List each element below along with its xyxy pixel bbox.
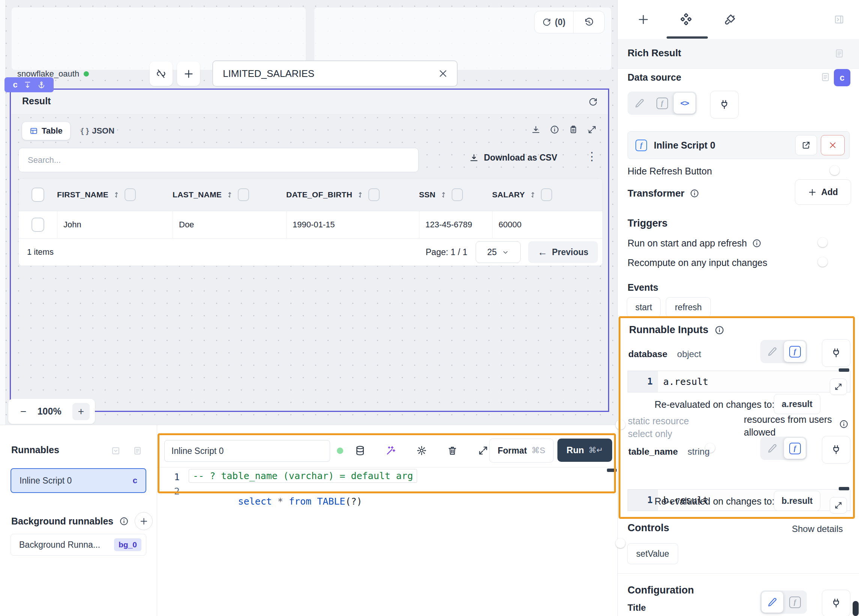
ai-wand-icon[interactable] <box>386 445 396 456</box>
unlink-button[interactable] <box>150 61 173 86</box>
canvas-refresh-group: (0) <box>534 11 605 33</box>
table-kebab-menu[interactable]: ⋮ <box>586 150 598 163</box>
tab-style-icon[interactable] <box>723 13 736 26</box>
add-transformer-button[interactable]: Add <box>795 179 851 205</box>
page-size-select[interactable]: 25 <box>476 241 521 263</box>
run-label: Run <box>566 445 584 455</box>
database-expression-field[interactable]: 1 a.result <box>628 371 850 392</box>
fullscreen-icon[interactable] <box>587 125 597 134</box>
data-grid: FIRST_NAME LAST_NAME DATE_OF_BIRTH <box>19 178 603 266</box>
sort-icon[interactable] <box>529 191 536 199</box>
collapse-box-icon[interactable] <box>111 446 120 455</box>
column-toggle[interactable] <box>369 188 380 201</box>
column-toggle[interactable] <box>238 188 249 201</box>
result-search-input[interactable]: Search... <box>19 148 419 172</box>
table-row[interactable]: John Doe 1990-01-15 123-45-6789 60000 <box>19 211 603 238</box>
sort-icon[interactable] <box>226 191 233 199</box>
plug-icon <box>831 598 841 608</box>
data-source-script-row[interactable]: f Inline Script 0 <box>628 131 850 159</box>
info-icon <box>715 325 724 335</box>
sort-icon[interactable] <box>440 191 447 199</box>
tab-json[interactable]: { } JSON <box>75 122 120 140</box>
event-chip-refresh[interactable]: refresh <box>666 297 711 317</box>
runnable-item-label: Inline Script 0 <box>20 476 72 486</box>
download-icon[interactable] <box>531 125 540 134</box>
database-icon[interactable] <box>355 445 365 456</box>
refresh-all-button[interactable]: (0) <box>534 11 573 33</box>
mode-function-icon[interactable]: f <box>784 341 806 362</box>
clear-input-icon[interactable] <box>438 69 448 78</box>
format-button[interactable]: Format ⌘S <box>489 439 554 463</box>
sql-paren: (?) <box>345 496 362 507</box>
expand-editor-icon[interactable] <box>478 445 488 456</box>
move-to-bottom-icon[interactable] <box>23 81 31 89</box>
previous-page-button[interactable]: ← Previous <box>528 241 598 263</box>
collapse-panel-icon[interactable] <box>834 14 844 25</box>
runnable-item-inline-script-0[interactable]: Inline Script 0 c <box>11 468 146 493</box>
expand-expression-button[interactable] <box>830 378 847 395</box>
expand-expression-button[interactable] <box>830 497 847 514</box>
mode-static-pencil-icon[interactable] <box>761 438 783 459</box>
app-canvas[interactable]: (0) snowflake_oauth LIMITED_SALARIES c <box>0 0 617 425</box>
doc-icon[interactable] <box>820 72 831 82</box>
history-button[interactable] <box>573 11 604 33</box>
column-toggle[interactable] <box>541 188 552 201</box>
download-csv-button[interactable]: Download as CSV <box>469 153 558 163</box>
sql-code-line[interactable]: select * from TABLE(?) <box>193 485 362 518</box>
control-chip-setvalue[interactable]: setValue <box>627 543 678 564</box>
copy-result-icon[interactable] <box>569 125 578 134</box>
event-chip-start[interactable]: start <box>627 297 661 317</box>
script-name-value: Inline Script 0 <box>172 446 223 456</box>
show-details-link[interactable]: Show details <box>792 524 843 534</box>
mode-static-pencil-icon[interactable] <box>761 341 783 362</box>
background-runnable-item[interactable]: Background Runna... bg_0 <box>11 534 146 556</box>
active-code-line[interactable]: -- ? table_name (varchar) = default arg <box>189 469 417 483</box>
reeval-target-chip[interactable]: a.result <box>774 394 820 414</box>
column-toggle[interactable] <box>125 188 136 201</box>
expand-icon <box>834 383 842 391</box>
tab-table[interactable]: Table <box>22 122 70 140</box>
doc-icon[interactable] <box>834 48 844 58</box>
info-icon[interactable] <box>550 125 559 134</box>
connect-plug-button[interactable] <box>822 339 850 367</box>
script-name-input[interactable]: Inline Script 0 <box>164 440 330 462</box>
mode-code-icon[interactable]: <> <box>674 93 695 114</box>
open-script-button[interactable] <box>795 135 817 155</box>
reeval-target-chip[interactable]: b.result <box>774 491 820 511</box>
row-checkbox[interactable] <box>31 217 44 232</box>
delete-trash-icon[interactable] <box>447 445 458 456</box>
add-query-button[interactable] <box>177 61 200 86</box>
sql-function: TABLE <box>311 496 345 507</box>
tab-settings-icon[interactable] <box>679 13 693 26</box>
zoom-out-button[interactable]: − <box>14 405 26 417</box>
mode-function-icon[interactable]: f <box>651 93 673 114</box>
table-name-input[interactable]: LIMITED_SALARIES <box>212 60 458 87</box>
mode-static-pencil-icon[interactable] <box>761 592 783 613</box>
select-all-checkbox[interactable] <box>31 188 44 202</box>
mode-function-icon[interactable]: f <box>784 438 806 459</box>
connect-plug-button[interactable] <box>710 91 739 119</box>
result-refresh-icon[interactable] <box>588 97 598 106</box>
add-background-runnable-button[interactable] <box>135 512 153 530</box>
tab-insert-icon[interactable] <box>637 14 649 25</box>
column-toggle[interactable] <box>451 188 463 201</box>
sort-icon[interactable] <box>113 191 120 199</box>
zoom-in-button[interactable]: + <box>72 403 90 420</box>
bottom-panel: Runnables Inline Script 0 c Background r… <box>0 425 617 616</box>
anchor-icon[interactable] <box>37 81 45 89</box>
mode-static-pencil-icon[interactable] <box>629 93 650 114</box>
doc-icon[interactable] <box>133 446 142 455</box>
panel-scrollbar-thumb[interactable] <box>853 601 859 616</box>
inspector-title: Rich Result <box>628 47 681 59</box>
sort-icon[interactable] <box>357 191 364 199</box>
connect-plug-button[interactable] <box>822 436 850 464</box>
inspector-tabbar <box>618 0 859 39</box>
mode-function-icon[interactable]: f <box>784 592 806 613</box>
run-button[interactable]: Run ⌘↵ <box>558 439 612 462</box>
rich-result-component[interactable]: Result Table { } JSON Search... <box>10 89 609 412</box>
data-source-badge: c <box>834 69 850 86</box>
remove-script-button[interactable] <box>821 135 845 155</box>
settings-gear-icon[interactable] <box>416 445 427 456</box>
connect-plug-button[interactable] <box>822 590 850 616</box>
editor-scrollbar-thumb[interactable] <box>607 469 617 472</box>
